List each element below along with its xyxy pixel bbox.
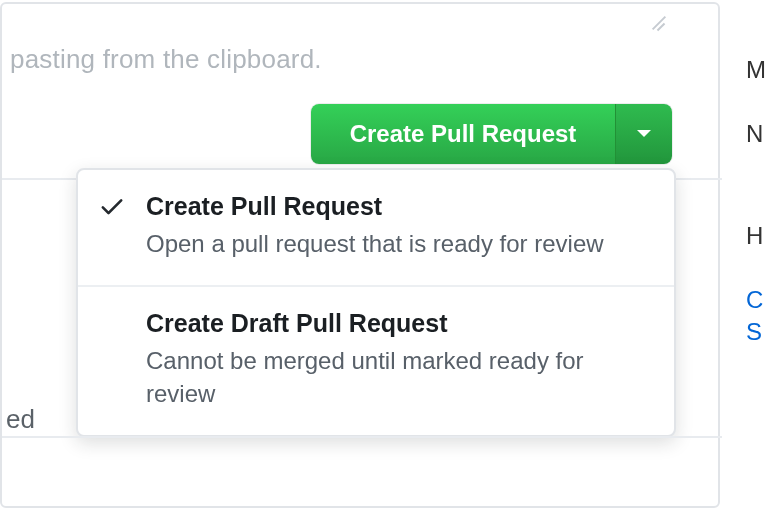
sidebar-fragment: M N H C S bbox=[746, 0, 768, 524]
truncated-text-left: ed bbox=[6, 404, 35, 435]
dropdown-option-title: Create Draft Pull Request bbox=[146, 309, 650, 338]
check-icon bbox=[98, 192, 126, 224]
sidebar-letter: N bbox=[746, 120, 763, 148]
sidebar-link-letter[interactable]: S bbox=[746, 318, 762, 346]
dropdown-option-create-draft-pr[interactable]: Create Draft Pull Request Cannot be merg… bbox=[78, 285, 674, 435]
dropdown-option-create-pr[interactable]: Create Pull Request Open a pull request … bbox=[78, 170, 674, 285]
pr-form-panel: pasting from the clipboard. Create Pull … bbox=[0, 2, 720, 508]
create-pr-dropdown-toggle[interactable] bbox=[616, 104, 672, 164]
create-pr-dropdown-menu: Create Pull Request Open a pull request … bbox=[76, 168, 676, 437]
sidebar-letter: H bbox=[746, 222, 763, 250]
chevron-down-icon bbox=[636, 127, 652, 142]
dropdown-option-description: Cannot be merged until marked ready for … bbox=[146, 344, 650, 411]
divider bbox=[2, 436, 722, 438]
sidebar-link-letter[interactable]: C bbox=[746, 286, 763, 314]
create-pr-button-group: Create Pull Request bbox=[311, 104, 672, 164]
dropdown-option-description: Open a pull request that is ready for re… bbox=[146, 227, 650, 261]
textarea-resize-grip[interactable] bbox=[650, 14, 668, 32]
sidebar-letter: M bbox=[746, 56, 766, 84]
button-label: Create Pull Request bbox=[350, 120, 577, 148]
dropdown-option-title: Create Pull Request bbox=[146, 192, 650, 221]
attachment-hint-text: pasting from the clipboard. bbox=[10, 44, 322, 75]
create-pull-request-button[interactable]: Create Pull Request bbox=[311, 104, 616, 164]
